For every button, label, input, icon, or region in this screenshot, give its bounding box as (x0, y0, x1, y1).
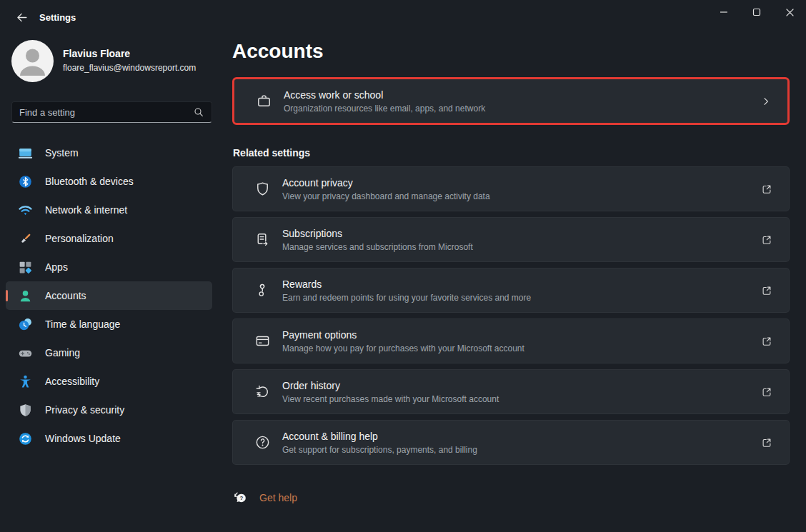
row-subtitle: Get support for subscriptions, payments,… (282, 445, 477, 455)
order-history-icon (254, 383, 271, 400)
page-title: Accounts (232, 40, 324, 63)
sidebar-item-personalization[interactable]: Personalization (6, 224, 212, 253)
row-subtitle: View recent purchases made with your Mic… (282, 394, 499, 404)
back-button[interactable] (9, 6, 34, 28)
row-end (760, 335, 773, 348)
network-wifi-icon (18, 203, 33, 218)
sidebar-item-network[interactable]: Network & internet (6, 196, 212, 224)
sidebar-item-apps[interactable]: Apps (6, 253, 212, 281)
search-box[interactable] (11, 101, 212, 123)
row-text: Payment options Manage how you pay for p… (282, 329, 524, 353)
row-text: Order history View recent purchases made… (282, 380, 499, 404)
windows-update-icon (18, 431, 33, 446)
row-end (760, 386, 773, 398)
related-settings-heading: Related settings (233, 147, 310, 159)
sidebar-item-accessibility[interactable]: Accessibility (6, 367, 212, 396)
row-end (760, 234, 773, 246)
maximize-icon (752, 8, 761, 16)
user-profile[interactable]: Flavius Floare floare_flavius@windowsrep… (11, 40, 196, 82)
row-title: Payment options (282, 329, 524, 341)
back-arrow-icon (15, 11, 29, 24)
row-title: Subscriptions (282, 228, 473, 239)
access-work-or-school-row[interactable]: Access work or school Organization resou… (232, 77, 790, 125)
system-icon (18, 146, 33, 161)
row-text: Account & billing help Get support for s… (282, 431, 477, 455)
payment-options-row[interactable]: Payment options Manage how you pay for p… (232, 318, 790, 363)
sidebar-item-system[interactable]: System (6, 139, 212, 167)
external-link-icon (760, 386, 773, 398)
svg-text:?: ? (240, 495, 244, 501)
close-button[interactable] (773, 0, 806, 24)
profile-name: Flavius Floare (63, 48, 196, 59)
settings-window: Settings Flavius Floare floare_flavius@w… (0, 0, 806, 532)
apps-grid-icon (18, 260, 33, 275)
row-text: Subscriptions Manage services and subscr… (282, 228, 473, 252)
selected-indicator (6, 290, 8, 301)
sidebar-item-accounts[interactable]: Accounts (6, 281, 212, 310)
sidebar-item-label: Accounts (45, 290, 86, 301)
gaming-controller-icon (18, 346, 33, 361)
paintbrush-icon (18, 231, 33, 246)
row-end (760, 183, 773, 196)
subscriptions-icon (254, 231, 271, 248)
help-circle-icon (254, 434, 271, 451)
row-end (760, 96, 772, 107)
sidebar-item-windows-update[interactable]: Windows Update (6, 424, 212, 453)
sidebar-item-time-language[interactable]: Time & language (6, 310, 212, 338)
accounts-person-icon (18, 288, 33, 303)
row-title: Rewards (282, 278, 531, 290)
sidebar-item-privacy-security[interactable]: Privacy & security (6, 396, 212, 424)
row-title: Account & billing help (282, 431, 477, 442)
row-title: Order history (282, 380, 499, 391)
row-text: Rewards Earn and redeem points for using… (282, 278, 531, 303)
profile-text: Flavius Floare floare_flavius@windowsrep… (63, 40, 196, 82)
related-settings-list: Account privacy View your privacy dashbo… (232, 166, 790, 465)
accessibility-person-icon (18, 374, 33, 389)
sidebar-item-label: Privacy & security (45, 404, 124, 416)
shield-privacy-icon (18, 403, 33, 418)
sidebar-item-label: Bluetooth & devices (45, 176, 134, 187)
sidebar-item-label: Time & language (45, 318, 120, 330)
bluetooth-icon (18, 174, 33, 189)
sidebar-item-label: Windows Update (45, 433, 121, 444)
window-controls (707, 0, 806, 24)
search-input[interactable] (19, 107, 193, 118)
get-help-label: Get help (259, 492, 297, 503)
account-privacy-row[interactable]: Account privacy View your privacy dashbo… (232, 166, 790, 211)
profile-email: floare_flavius@windowsreport.com (63, 63, 196, 73)
external-link-icon (760, 183, 773, 196)
minimize-icon (720, 8, 728, 16)
sidebar-item-label: System (45, 147, 79, 159)
row-end (760, 436, 773, 449)
briefcase-icon (256, 93, 272, 109)
external-link-icon (760, 335, 773, 348)
row-title: Account privacy (282, 177, 490, 189)
search-icon (193, 106, 204, 118)
chevron-right-icon (760, 96, 772, 107)
row-subtitle: View your privacy dashboard and manage a… (282, 191, 490, 201)
row-text: Access work or school Organization resou… (284, 89, 485, 114)
order-history-row[interactable]: Order history View recent purchases made… (232, 369, 790, 414)
sidebar-item-label: Gaming (45, 347, 80, 358)
subscriptions-row[interactable]: Subscriptions Manage services and subscr… (232, 217, 790, 262)
row-subtitle: Organization resources like email, apps,… (284, 104, 485, 114)
sidebar-item-label: Accessibility (45, 376, 99, 387)
sidebar-item-bluetooth[interactable]: Bluetooth & devices (6, 167, 212, 196)
get-help-link[interactable]: ? Get help (233, 490, 297, 506)
row-subtitle: Manage how you pay for purchases with yo… (282, 343, 524, 353)
minimize-button[interactable] (707, 0, 740, 24)
maximize-button[interactable] (740, 0, 773, 24)
row-subtitle: Earn and redeem points for using your fa… (282, 293, 531, 303)
row-title: Access work or school (284, 89, 485, 101)
app-title: Settings (39, 12, 76, 23)
rewards-row[interactable]: Rewards Earn and redeem points for using… (232, 268, 790, 313)
account-billing-help-row[interactable]: Account & billing help Get support for s… (232, 420, 790, 465)
sidebar-item-label: Apps (45, 261, 68, 273)
shield-icon (254, 181, 271, 197)
sidebar-item-label: Personalization (45, 233, 114, 244)
sidebar-item-gaming[interactable]: Gaming (6, 338, 212, 367)
time-language-icon (18, 317, 33, 332)
row-end (760, 284, 773, 297)
row-subtitle: Manage services and subscriptions from M… (282, 242, 473, 252)
sidebar-item-label: Network & internet (45, 204, 127, 216)
